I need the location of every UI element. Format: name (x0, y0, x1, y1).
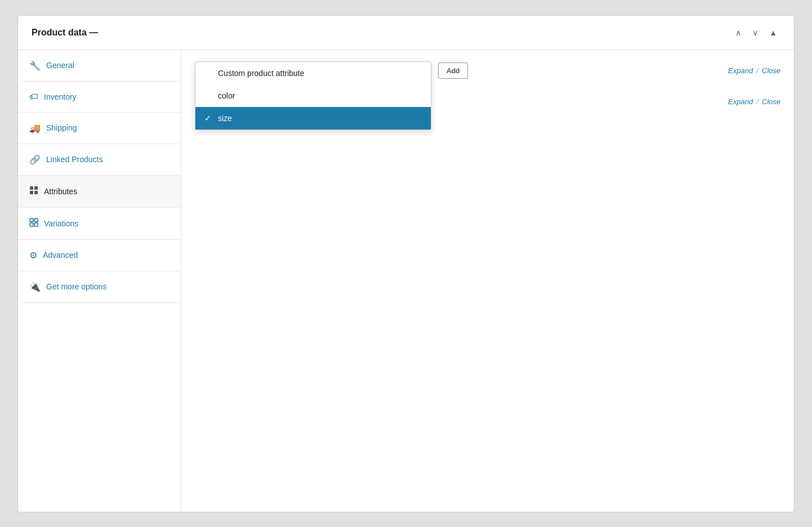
link-separator-bottom: / (756, 97, 759, 106)
expand-link-bottom[interactable]: Expand (728, 97, 753, 106)
sidebar-item-label: Advanced (43, 251, 78, 260)
expand-link[interactable]: Expand (728, 66, 753, 75)
svg-rect-7 (34, 223, 38, 226)
sidebar-item-label: Variations (44, 219, 78, 228)
dropdown-option-label: Custom product attribute (218, 69, 304, 78)
tag-icon: 🏷 (29, 92, 38, 102)
panel-body: 🔧 General 🏷 Inventory 🚚 Shipping 🔗 Linke… (18, 50, 794, 512)
sidebar-item-linked-products[interactable]: 🔗 Linked Products (18, 144, 181, 176)
sidebar-item-get-more-options[interactable]: 🔌 Get more options (18, 271, 181, 303)
truck-icon: 🚚 (29, 123, 41, 133)
arrow-up-icon: ∧ (735, 28, 741, 37)
link-icon: 🔗 (29, 154, 41, 165)
attribute-dropdown: Custom product attribute color ✓ size (195, 61, 431, 130)
attributes-icon (29, 186, 38, 197)
sidebar-item-label: Get more options (46, 282, 106, 291)
check-icon: ✓ (204, 114, 213, 123)
sidebar: 🔧 General 🏷 Inventory 🚚 Shipping 🔗 Linke… (18, 50, 181, 512)
close-link-bottom[interactable]: Close (762, 97, 780, 106)
bottom-expand-close-links: Expand / Close (728, 97, 780, 106)
top-expand-close-links: Expand / Close (728, 66, 780, 75)
sidebar-item-label: Inventory (44, 92, 77, 101)
wrench-icon: 🔧 (29, 60, 41, 71)
dropdown-option-custom[interactable]: Custom product attribute (195, 62, 431, 84)
sidebar-item-shipping[interactable]: 🚚 Shipping (18, 113, 181, 144)
sidebar-item-label: Attributes (44, 187, 77, 196)
svg-rect-5 (34, 218, 38, 222)
panel-title: Product data — (32, 28, 98, 38)
svg-rect-1 (34, 186, 38, 190)
plugin-icon: 🔌 (29, 282, 41, 292)
collapse-up-button[interactable]: ∧ (732, 26, 744, 39)
collapse-down-button[interactable]: ∨ (749, 26, 761, 39)
sidebar-item-advanced[interactable]: ⚙ Advanced (18, 240, 181, 271)
product-data-panel: Product data — ∧ ∨ ▲ 🔧 General 🏷 Invento… (17, 15, 795, 512)
add-attribute-button[interactable]: Add (438, 62, 468, 79)
svg-rect-6 (30, 223, 33, 226)
sidebar-item-variations[interactable]: Variations (18, 208, 181, 240)
dropdown-option-label: size (218, 114, 232, 123)
gear-icon: ⚙ (29, 250, 37, 261)
arrow-down-icon: ∨ (752, 28, 758, 37)
expand-button[interactable]: ▲ (766, 26, 780, 39)
dropdown-option-size[interactable]: ✓ size (195, 107, 431, 129)
svg-rect-4 (30, 218, 33, 222)
attribute-top-bar: size Custom product attribute color (195, 61, 780, 81)
variations-icon (29, 218, 38, 229)
sidebar-item-attributes[interactable]: Attributes (18, 176, 181, 208)
svg-rect-2 (30, 191, 33, 194)
svg-rect-0 (30, 186, 33, 190)
attribute-select-wrapper: size Custom product attribute color (195, 61, 431, 81)
sidebar-item-label: General (46, 61, 74, 70)
sidebar-item-label: Shipping (46, 123, 77, 132)
sidebar-item-general[interactable]: 🔧 General (18, 50, 181, 82)
expand-icon: ▲ (769, 28, 777, 37)
dropdown-option-label: color (218, 91, 235, 100)
dropdown-option-color[interactable]: color (195, 84, 431, 107)
svg-rect-3 (34, 191, 38, 194)
sidebar-item-label: Linked Products (46, 155, 102, 164)
header-controls: ∧ ∨ ▲ (732, 26, 780, 39)
panel-header: Product data — ∧ ∨ ▲ (18, 16, 794, 50)
main-content: size Custom product attribute color (181, 50, 794, 512)
link-separator: / (756, 66, 759, 75)
sidebar-item-inventory[interactable]: 🏷 Inventory (18, 82, 181, 113)
close-link[interactable]: Close (762, 66, 780, 75)
